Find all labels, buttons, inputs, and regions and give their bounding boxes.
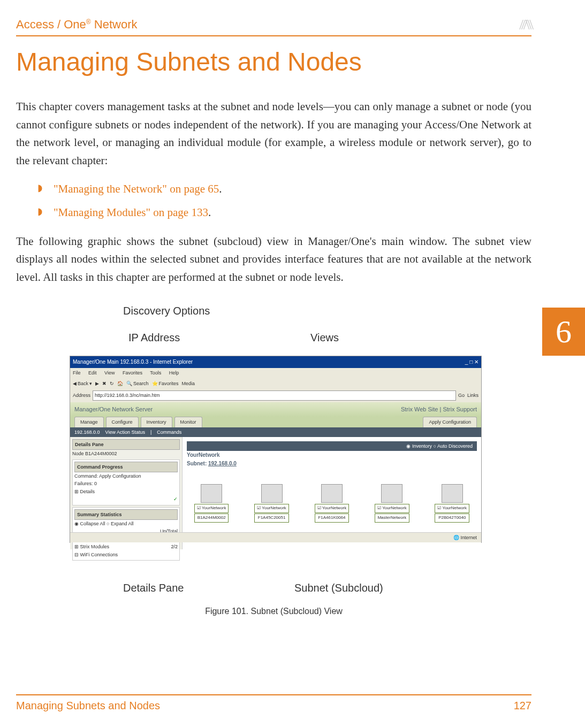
annotation-views: Views (310, 329, 339, 346)
summary-header: Summary Statistics (74, 509, 178, 520)
subbar-commands[interactable]: Commands (157, 428, 181, 436)
window-controls[interactable]: _ □ ✕ (465, 358, 478, 366)
page-footer: Managing Subnets and Nodes 127 (16, 694, 531, 712)
product-suffix: Network (91, 18, 138, 31)
chapter-number-tab: 6 (542, 308, 585, 356)
address-label: Address (73, 392, 90, 399)
screenshot: Manager/One Main 192.168.0.3 - Internet … (70, 356, 482, 543)
command-row: Command: Apply Configuration (74, 472, 178, 480)
nodes-row: ☑ YourNetwork B1A244M0002 ☑ YourNetwork … (187, 484, 477, 523)
node-id: B1A244M0002 (194, 514, 229, 523)
intro-paragraph: This chapter covers management tasks at … (16, 98, 531, 170)
bullet-list: "Managing the Network" on page 65. "Mana… (37, 180, 531, 221)
annotation-ip: IP Address (128, 329, 180, 346)
details-row[interactable]: ⊞ Details (74, 488, 178, 495)
annotation-discovery: Discovery Options (123, 302, 210, 319)
node-icon (381, 484, 402, 503)
app-links[interactable]: Strix Web Site | Strix Support (401, 405, 477, 415)
node-id: P2B042T0040 (435, 514, 469, 523)
link-managing-network[interactable]: "Managing the Network" on page 65 (54, 182, 219, 195)
collapse-expand: ◉ Collapse All ○ Expand All (74, 520, 178, 527)
inventory-bar: ◉ Inventory ○ Auto Discovered (187, 441, 477, 451)
node-5[interactable]: ☑ YourNetwork P2B042T0040 (435, 484, 469, 523)
logo-icon: ///\\\ (519, 16, 531, 33)
wifi-stat: ⊟ WiFi Connections (74, 551, 178, 558)
menu-help[interactable]: Help (169, 370, 179, 376)
footer-section-title: Managing Subnets and Nodes (16, 700, 160, 712)
node-icon (442, 484, 463, 503)
node-name: Node B1A244M0002 (72, 450, 180, 457)
app-header: Manager/One Network Server Strix Web Sit… (70, 402, 481, 417)
node-id: MasterNetwork (375, 514, 409, 523)
node-2[interactable]: ☑ YourNetwork F1A45C20051 (254, 484, 289, 523)
period: . (219, 182, 222, 195)
menu-favorites[interactable]: Favorites (123, 370, 142, 376)
toolbar: ◀ Back ▾ ▶ ✖ ↻ 🏠 🔍 Search ⭐ Favorites Me… (70, 378, 481, 389)
menu-edit[interactable]: Edit (88, 370, 97, 376)
period: . (208, 206, 211, 219)
tab-manage[interactable]: Manage (74, 417, 104, 427)
bullet-item-2: "Managing Modules" on page 133. (37, 204, 531, 222)
page-header: Access / One® Network ///\\\ (16, 16, 531, 36)
network-name[interactable]: YourNetwork (187, 452, 220, 458)
link-managing-modules[interactable]: "Managing Modules" on page 133 (54, 206, 208, 219)
content: This chapter covers management tasks at … (16, 98, 531, 602)
check-icon: ✓ (74, 495, 178, 503)
subbar-ip: 192.168.0.0 (74, 428, 100, 436)
search-button[interactable]: 🔍 Search (126, 380, 149, 387)
window-title: Manager/One Main 192.168.0.3 - Internet … (73, 358, 193, 366)
product-name: Access / One (16, 18, 86, 31)
node-network-label: ☑ YourNetwork (194, 504, 229, 513)
node-icon (261, 484, 283, 503)
failures-row: Failures: 0 (74, 480, 178, 487)
address-bar: Address http://192.168.0.3/nc/main.htm G… (70, 389, 481, 402)
address-input[interactable]: http://192.168.0.3/nc/main.htm (93, 390, 456, 400)
page-number: 127 (514, 700, 531, 712)
app-title: Manager/One Network Server (74, 405, 153, 415)
go-button[interactable]: Go (458, 392, 465, 399)
home-button[interactable]: 🏠 (117, 380, 123, 387)
favorites-button[interactable]: ⭐ Favorites (152, 380, 179, 387)
menu-view[interactable]: View (104, 370, 115, 376)
node-1[interactable]: ☑ YourNetwork B1A244M0002 (194, 484, 229, 523)
refresh-button[interactable]: ↻ (110, 380, 114, 387)
figure-caption: Figure 101. Subnet (Subcloud) View (16, 604, 531, 618)
tab-monitor[interactable]: Monitor (174, 417, 202, 427)
annotation-details: Details Pane (123, 579, 184, 596)
tab-inventory[interactable]: Inventory (141, 417, 172, 427)
back-button[interactable]: ◀ Back ▾ (73, 380, 92, 387)
stop-button[interactable]: ✖ (102, 380, 107, 387)
media-button[interactable]: Media (182, 380, 195, 387)
node-network-label: ☑ YourNetwork (315, 504, 350, 513)
node-id: F1A45C20051 (254, 514, 289, 523)
product-title: Access / One® Network (16, 18, 137, 32)
second-paragraph: The following graphic shows the subnet (… (16, 233, 531, 287)
node-id: F1A461K0064 (315, 514, 350, 523)
tabs-bar: Manage Configure Inventory Monitor Apply… (70, 417, 481, 427)
forward-button[interactable]: ▶ (95, 380, 99, 387)
window-title-bar: Manager/One Main 192.168.0.3 - Internet … (70, 356, 481, 368)
menu-bar: File Edit View Favorites Tools Help (70, 368, 481, 378)
tab-configure[interactable]: Configure (106, 417, 139, 427)
node-4[interactable]: ☑ YourNetwork MasterNetwork (375, 484, 409, 523)
cmd-progress-header: Command Progress (74, 462, 178, 472)
auto-radio[interactable]: Auto Discovered (437, 443, 473, 449)
inventory-radio[interactable]: Inventory (412, 443, 432, 449)
subbar-divider: | (150, 428, 151, 436)
node-network-label: ☑ YourNetwork (435, 504, 469, 513)
subnet-info: YourNetwork Subnet: 192.168.0.0 (187, 451, 477, 468)
subnet-value[interactable]: 192.168.0.0 (208, 461, 237, 466)
node-network-label: ☑ YourNetwork (375, 504, 409, 513)
bullet-item-1: "Managing the Network" on page 65. (37, 180, 531, 198)
chapter-title: Managing Subnets and Nodes (16, 47, 531, 76)
menu-file[interactable]: File (73, 370, 81, 376)
subbar-vas[interactable]: View Action Status (105, 428, 145, 436)
reg-mark: ® (86, 18, 91, 26)
links-label[interactable]: Links (467, 392, 478, 399)
modules-stat: ⊞ Strix Modules 2/2 (74, 543, 178, 550)
node-icon (201, 484, 222, 503)
tab-apply[interactable]: Apply Configuration (423, 417, 477, 427)
node-3[interactable]: ☑ YourNetwork F1A461K0064 (315, 484, 350, 523)
menu-tools[interactable]: Tools (150, 370, 161, 376)
annotation-subnet: Subnet (Subcloud) (294, 579, 383, 596)
